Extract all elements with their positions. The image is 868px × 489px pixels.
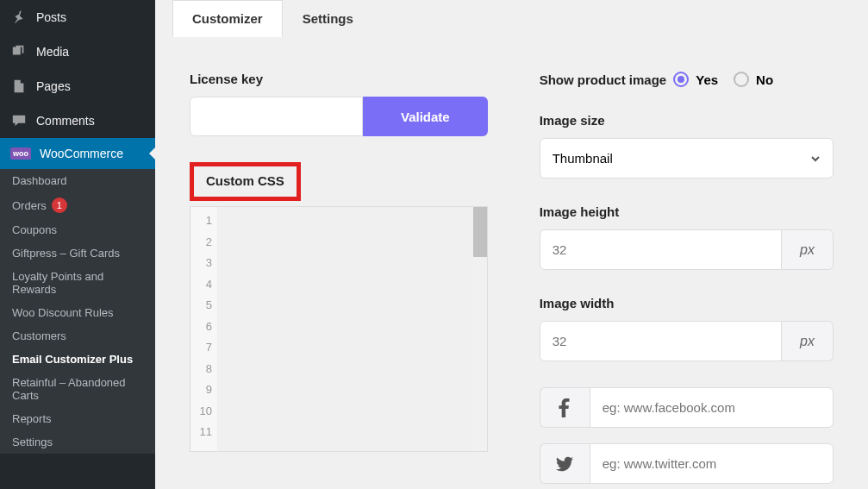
sidebar-label: Comments [36,114,95,128]
media-icon [10,43,28,60]
sidebar-sub-settings[interactable]: Settings [0,430,155,454]
sidebar-sub-discount[interactable]: Woo Discount Rules [0,301,155,324]
right-column: Show product image Yes No Image size Thu… [540,72,834,489]
validate-button[interactable]: Validate [363,97,488,136]
image-width-label: Image width [540,296,834,310]
twitter-input[interactable] [590,443,834,484]
sidebar-sub-giftpress[interactable]: Giftpress – Gift Cards [0,241,155,265]
orders-badge: 1 [52,197,67,213]
comment-icon [10,112,28,129]
facebook-icon [540,387,590,428]
image-width-input[interactable] [540,321,782,361]
custom-css-editor[interactable]: 1 2 3 4 5 6 7 8 9 10 11 [190,206,488,452]
sidebar-sub-dashboard[interactable]: Dashboard [0,169,155,192]
line-gutter: 1 2 3 4 5 6 7 8 9 10 11 [190,207,218,451]
sidebar-item-woocommerce[interactable]: woo WooCommerce [0,138,155,169]
twitter-icon [540,443,590,484]
sidebar-item-pages[interactable]: Pages [0,69,155,103]
image-size-label: Image size [540,113,834,128]
sidebar-item-comments[interactable]: Comments [0,103,155,138]
tab-settings[interactable]: Settings [283,0,373,37]
sidebar-sub-reports[interactable]: Reports [0,407,155,430]
radio-yes[interactable] [673,72,689,87]
sidebar-label: WooCommerce [40,147,123,160]
pin-icon [10,9,28,26]
pointer-icon [149,147,155,160]
woocommerce-icon: woo [10,147,31,160]
custom-css-label: Custom CSS [206,173,284,188]
page-icon [10,78,28,95]
image-height-input[interactable] [540,229,782,270]
license-key-label: License key [190,72,488,86]
sidebar-sub-email-customizer[interactable]: Email Customizer Plus [0,348,155,371]
sidebar-sub-customers[interactable]: Customers [0,324,155,348]
radio-no-label: No [756,72,773,87]
sidebar-sub-orders[interactable]: Orders 1 [0,192,155,218]
sidebar-sub-loyalty[interactable]: Loyalty Points and Rewards [0,265,155,301]
sidebar-label: Pages [36,79,71,93]
image-size-select[interactable]: Thumbnail [540,138,834,179]
sidebar-item-posts[interactable]: Posts [0,0,155,34]
sidebar-label: Posts [36,10,66,24]
chevron-down-icon [810,154,821,164]
radio-no[interactable] [734,72,749,87]
px-suffix: px [782,321,834,361]
image-size-value: Thumbnail [553,151,613,166]
custom-css-highlight: Custom CSS [190,162,301,201]
px-suffix: px [782,229,834,270]
radio-yes-label: Yes [696,72,718,87]
scrollbar[interactable] [473,207,487,451]
admin-sidebar: Posts Media Pages Comments woo WooCommer… [0,0,155,489]
tab-customizer[interactable]: Customizer [172,0,283,37]
license-key-input[interactable] [190,97,363,136]
show-product-image-label: Show product image [540,72,667,87]
code-area[interactable] [218,207,473,451]
sidebar-sub-retainful[interactable]: Retainful – Abandoned Carts [0,371,155,407]
image-height-label: Image height [540,204,834,219]
main-content: Customizer Settings License key Validate… [155,0,868,489]
facebook-input[interactable] [590,387,834,428]
sidebar-label: Media [36,45,69,59]
sidebar-sub-coupons[interactable]: Coupons [0,218,155,241]
scroll-thumb[interactable] [473,207,487,257]
sidebar-item-media[interactable]: Media [0,34,155,69]
tabs: Customizer Settings [172,0,851,37]
left-column: License key Validate Custom CSS 1 2 3 4 … [190,72,488,489]
